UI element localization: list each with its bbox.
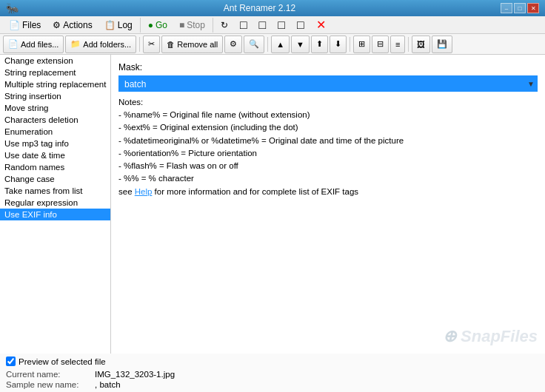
menu-btn3[interactable]: □ xyxy=(272,17,291,33)
actions-icon: ⚙ xyxy=(53,20,61,30)
current-name-label: Current name: xyxy=(6,370,87,379)
down-icon: ▼ xyxy=(296,40,304,49)
sample-name-value: , batch xyxy=(95,380,121,389)
cut-icon: ✂ xyxy=(148,39,155,49)
menu-stop[interactable]: ■ Stop xyxy=(173,18,211,32)
note-line-7: see Help for more information and for co… xyxy=(118,186,538,198)
notes-label: Notes: xyxy=(118,98,538,107)
menu-go[interactable]: ● Go xyxy=(142,18,173,32)
sidebar-item-change-case[interactable]: Change case xyxy=(0,173,110,185)
top-button[interactable]: ⬆ xyxy=(311,36,328,53)
menu-actions[interactable]: ⚙ Actions xyxy=(47,18,98,32)
maximize-button[interactable]: □ xyxy=(514,3,526,13)
image-button[interactable]: 🖼 xyxy=(412,36,430,53)
menu-delete[interactable]: ✕ xyxy=(310,16,332,33)
grid1-button[interactable]: ⊞ xyxy=(353,36,370,53)
toolbar-sep3 xyxy=(350,37,350,52)
save-button[interactable]: 💾 xyxy=(432,36,452,53)
menu-btn1[interactable]: □ xyxy=(234,17,253,33)
add-files-icon: 📄 xyxy=(8,39,19,49)
search-button[interactable]: 🔍 xyxy=(244,36,264,53)
sidebar-item-characters-deletion[interactable]: Characters deletion xyxy=(0,114,110,126)
toolbar2: 📄 Add files... 📁 Add folders... ✂ 🗑 Remo… xyxy=(0,34,545,55)
bottom-button[interactable]: ⬇ xyxy=(330,36,347,53)
sidebar-item-names-from-list[interactable]: Take names from list xyxy=(0,185,110,197)
list-button[interactable]: ≡ xyxy=(390,36,405,53)
refresh-icon: ↻ xyxy=(221,20,228,30)
current-name-value: IMG_132_3203-1.jpg xyxy=(95,370,175,379)
sidebar-item-string-replacement[interactable]: String replacement xyxy=(0,67,110,78)
save-icon: 💾 xyxy=(437,39,447,49)
top-icon: ⬆ xyxy=(316,39,323,49)
sidebar-item-string-insertion[interactable]: String insertion xyxy=(0,90,110,102)
remove-all-icon: 🗑 xyxy=(167,40,175,49)
notes-section: Notes: - %name% = Original file name (wi… xyxy=(118,98,538,198)
add-folders-icon: 📁 xyxy=(70,39,81,49)
watermark-logo: ⊕ SnapFiles xyxy=(443,327,538,346)
sidebar-item-change-extension[interactable]: Change extension xyxy=(0,55,110,67)
main-content: Change extension String replacement Mult… xyxy=(0,55,545,354)
note-line-4: - %orientation% = Picture orientation xyxy=(118,147,538,160)
note-line-3: - %datetimeoriginal% or %datetime% = Ori… xyxy=(118,135,538,147)
up-button[interactable]: ▲ xyxy=(271,36,290,53)
separator xyxy=(140,18,141,33)
title-bar: 🐜 Ant Renamer 2.12 – □ ✕ xyxy=(0,0,545,16)
separator2 xyxy=(213,18,213,33)
content-area: Mask: batch ▼ Notes: - %name% = Original… xyxy=(111,55,545,354)
add-files-button[interactable]: 📄 Add files... xyxy=(3,36,64,53)
mask-select[interactable]: batch xyxy=(118,75,538,92)
sidebar-item-move-string[interactable]: Move string xyxy=(0,102,110,114)
sidebar: Change extension String replacement Mult… xyxy=(0,55,111,354)
note-line-1: - %name% = Original file name (without e… xyxy=(118,109,538,121)
sample-name-row: Sample new name: , batch xyxy=(6,379,539,390)
list-icon: ≡ xyxy=(395,40,400,49)
preview-header: Preview of selected file xyxy=(6,356,539,366)
add-folders-button[interactable]: 📁 Add folders... xyxy=(65,36,136,53)
sidebar-item-multiple-string[interactable]: Multiple string replacement xyxy=(0,78,110,90)
grid2-button[interactable]: ⊟ xyxy=(372,36,389,53)
image-icon: 🖼 xyxy=(417,40,425,49)
preview-checkbox[interactable] xyxy=(6,356,16,366)
sidebar-item-date-time[interactable]: Use date & time xyxy=(0,149,110,161)
cut-button[interactable]: ✂ xyxy=(143,36,160,53)
window-title: Ant Renamer 2.12 xyxy=(19,3,501,13)
menu-bar: 📄 Files ⚙ Actions 📋 Log ● Go ■ Stop ↻ □ … xyxy=(0,16,545,34)
menu-log[interactable]: 📋 Log xyxy=(98,18,138,32)
up-icon: ▲ xyxy=(276,40,284,49)
preview-header-label: Preview of selected file xyxy=(19,357,106,366)
settings-icon: ⚙ xyxy=(230,39,237,49)
menu-files[interactable]: 📄 Files xyxy=(3,18,47,32)
sidebar-item-exif-info[interactable]: Use EXIF info xyxy=(0,209,110,220)
minimize-button[interactable]: – xyxy=(501,3,512,13)
remove-all-button[interactable]: 🗑 Remove all xyxy=(161,36,223,53)
mask-label: Mask: xyxy=(118,62,538,72)
settings-button[interactable]: ⚙ xyxy=(224,36,242,53)
sidebar-item-regular-expression[interactable]: Regular expression xyxy=(0,197,110,209)
grid1-icon: ⊞ xyxy=(358,39,365,49)
search-icon: 🔍 xyxy=(249,39,259,49)
toolbar-sep2 xyxy=(267,37,268,52)
current-name-row: Current name: IMG_132_3203-1.jpg xyxy=(6,369,539,379)
preview-panel: Preview of selected file Current name: I… xyxy=(0,354,545,392)
grid2-icon: ⊟ xyxy=(377,39,384,49)
sample-name-label: Sample new name: xyxy=(6,380,87,389)
note-line-5: - %flash% = Flash was on or off xyxy=(118,160,538,172)
menu-btn2[interactable]: □ xyxy=(253,17,272,33)
sidebar-item-enumeration[interactable]: Enumeration xyxy=(0,126,110,138)
sidebar-item-random-names[interactable]: Random names xyxy=(0,161,110,173)
toolbar-sep4 xyxy=(408,37,409,52)
toolbar-sep1 xyxy=(139,37,140,52)
note-line-2: - %ext% = Original extension (including … xyxy=(118,121,538,134)
files-icon: 📄 xyxy=(9,20,20,30)
mask-wrapper: batch ▼ xyxy=(118,75,538,92)
menu-refresh[interactable]: ↻ xyxy=(215,18,234,32)
down-button[interactable]: ▼ xyxy=(291,36,310,53)
menu-btn4[interactable]: □ xyxy=(291,17,310,33)
close-button[interactable]: ✕ xyxy=(527,3,539,13)
log-icon: 📋 xyxy=(104,20,116,30)
sidebar-item-mp3-tag[interactable]: Use mp3 tag info xyxy=(0,138,110,149)
go-icon: ● xyxy=(148,20,153,30)
note-line-6: - %% = % character xyxy=(118,172,538,185)
help-link[interactable]: Help xyxy=(135,187,153,196)
stop-icon: ■ xyxy=(179,20,184,30)
